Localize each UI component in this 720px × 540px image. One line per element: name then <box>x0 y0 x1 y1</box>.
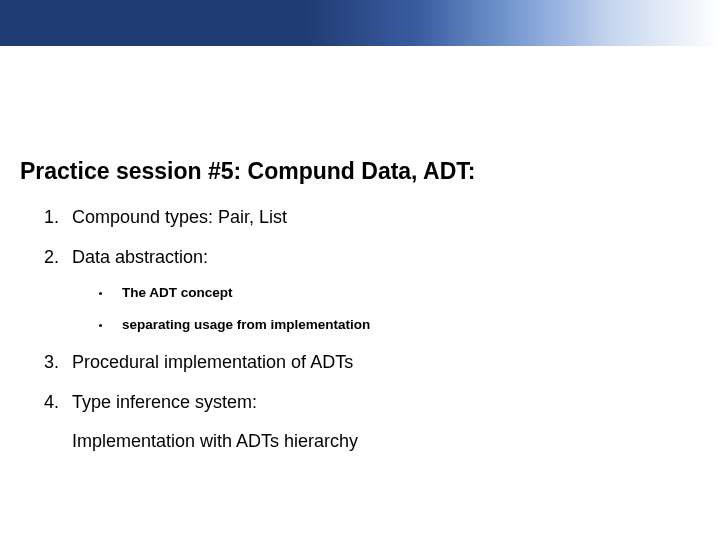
outline-list: Compound types: Pair, List Data abstract… <box>20 205 700 453</box>
slide-content: Practice session #5: Compund Data, ADT: … <box>20 158 700 469</box>
item-text: Compound types: Pair, List <box>72 207 287 227</box>
item-text: Data abstraction: <box>72 247 208 267</box>
list-item: Compound types: Pair, List <box>64 205 700 229</box>
sub-item: The ADT concept <box>112 284 700 302</box>
sub-item: separating usage from implementation <box>112 316 700 334</box>
sub-item-text: separating usage from implementation <box>122 317 370 332</box>
item-text: Type inference system: <box>72 392 257 412</box>
item-tail: Implementation with ADTs hierarchy <box>72 429 700 453</box>
slide-title: Practice session #5: Compund Data, ADT: <box>20 158 700 185</box>
list-item: Data abstraction: The ADT concept separa… <box>64 245 700 334</box>
header-band <box>0 0 720 46</box>
sub-item-text: The ADT concept <box>122 285 233 300</box>
list-item: Type inference system: Implementation wi… <box>64 390 700 453</box>
sub-list: The ADT concept separating usage from im… <box>72 284 700 334</box>
list-item: Procedural implementation of ADTs <box>64 350 700 374</box>
item-text: Procedural implementation of ADTs <box>72 352 353 372</box>
